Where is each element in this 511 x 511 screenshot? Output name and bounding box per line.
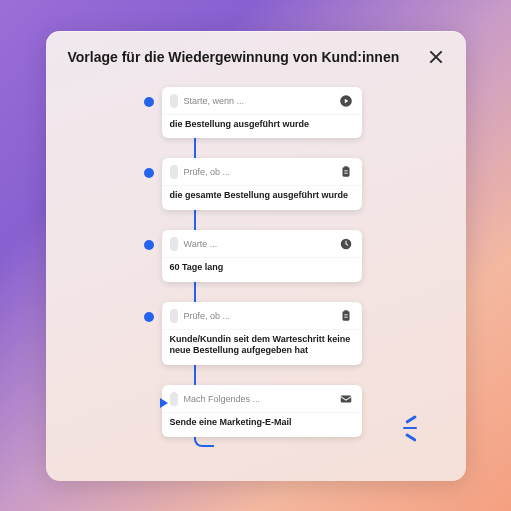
step-text: die gesamte Bestellung ausgeführt wurde — [162, 185, 362, 210]
workflow-flow: Starte, wenn ... die Bestellung ausgefüh… — [46, 83, 466, 457]
step-label: Mach Folgendes ... — [184, 394, 261, 404]
step-label: Warte ... — [184, 239, 218, 249]
clock-icon — [338, 236, 354, 252]
step-text: Kunde/Kundin seit dem Warteschritt keine… — [162, 329, 362, 365]
step-label: Starte, wenn ... — [184, 96, 245, 106]
workflow-step[interactable]: Warte ... 60 Tage lang — [162, 230, 362, 282]
workflow-step[interactable]: Prüfe, ob ... Kunde/Kundin seit dem Wart… — [162, 302, 362, 365]
workflow-step[interactable]: Starte, wenn ... die Bestellung ausgefüh… — [162, 87, 362, 139]
step-text: 60 Tage lang — [162, 257, 362, 282]
workflow-template-panel: Vorlage für die Wiedergewinnung von Kund… — [46, 31, 466, 481]
workflow-action-step[interactable]: Mach Folgendes ... Sende eine Marketing-… — [162, 385, 362, 437]
arrow-icon — [160, 398, 168, 408]
step-dot — [144, 240, 154, 250]
step-text: Sende eine Marketing-E-Mail — [162, 412, 362, 437]
panel-header: Vorlage für die Wiedergewinnung von Kund… — [46, 31, 466, 83]
svg-rect-1 — [342, 168, 349, 177]
svg-rect-6 — [340, 395, 351, 402]
drag-handle[interactable] — [170, 165, 178, 179]
drag-handle[interactable] — [170, 392, 178, 406]
drag-handle[interactable] — [170, 309, 178, 323]
step-dot — [144, 168, 154, 178]
svg-rect-4 — [342, 311, 349, 320]
close-icon[interactable] — [428, 49, 444, 65]
mail-icon — [338, 391, 354, 407]
drag-handle[interactable] — [170, 94, 178, 108]
play-icon — [338, 93, 354, 109]
step-dot — [144, 312, 154, 322]
svg-rect-5 — [344, 310, 348, 312]
step-label: Prüfe, ob ... — [184, 167, 231, 177]
step-dot — [144, 97, 154, 107]
clipboard-icon — [338, 308, 354, 324]
clipboard-icon — [338, 164, 354, 180]
drag-handle[interactable] — [170, 237, 178, 251]
step-text: die Bestellung ausgeführt wurde — [162, 114, 362, 139]
svg-rect-2 — [344, 166, 348, 168]
workflow-step[interactable]: Prüfe, ob ... die gesamte Bestellung aus… — [162, 158, 362, 210]
panel-title: Vorlage für die Wiedergewinnung von Kund… — [68, 49, 400, 65]
step-label: Prüfe, ob ... — [184, 311, 231, 321]
